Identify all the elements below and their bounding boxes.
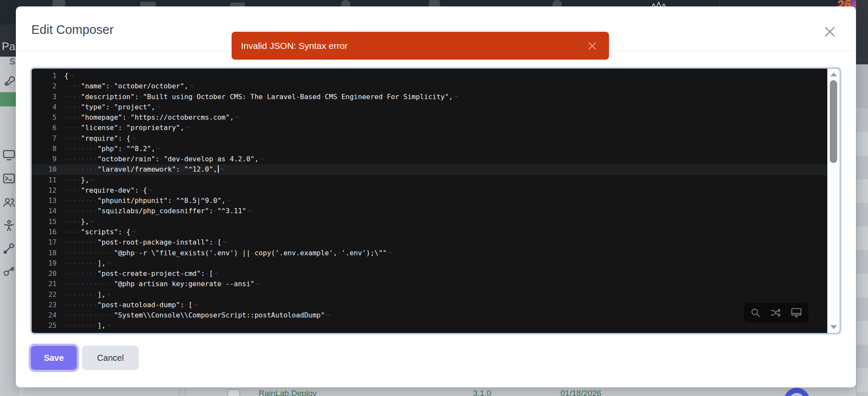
plugin-version-cell: 3.1.0 bbox=[473, 389, 491, 396]
line-number: 10 bbox=[32, 164, 64, 175]
code-line[interactable]: 6····"license":·"proprietary",¬ bbox=[32, 123, 827, 133]
line-number: 26 bbox=[32, 331, 64, 333]
spanner-icon bbox=[3, 242, 15, 255]
code-line[interactable]: 18············"@php·-r·\"file_exists('.e… bbox=[32, 248, 827, 258]
background-right-toolbar bbox=[856, 64, 868, 109]
sidebar-heading: S bbox=[9, 57, 15, 67]
line-number: 11 bbox=[32, 175, 64, 185]
scrollbar-thumb[interactable] bbox=[830, 80, 837, 163]
code-line[interactable]: 16····"scripts":·{¬ bbox=[32, 227, 827, 237]
line-number: 5 bbox=[32, 112, 64, 123]
line-number: 14 bbox=[32, 206, 64, 216]
close-icon[interactable] bbox=[823, 24, 837, 39]
editor-shuffle-icon[interactable] bbox=[770, 307, 782, 318]
code-line[interactable]: 14········"squizlabs/php_codesniffer":·"… bbox=[32, 206, 827, 216]
line-number: 9 bbox=[32, 154, 64, 164]
line-number: 8 bbox=[32, 144, 64, 154]
code-line[interactable]: 8········"php":·"^8.2",¬ bbox=[32, 144, 827, 154]
cancel-button[interactable]: Cancel bbox=[82, 346, 139, 370]
editor-display-icon[interactable] bbox=[790, 307, 802, 318]
line-number: 6 bbox=[32, 123, 64, 133]
code-line[interactable]: 17········"post-root-package-install":·[… bbox=[32, 237, 827, 248]
line-number: 21 bbox=[32, 279, 64, 289]
line-number: 25 bbox=[32, 320, 64, 331]
row-checkbox bbox=[227, 389, 240, 396]
code-line[interactable]: 21············"@php·artisan·key:generate… bbox=[32, 279, 827, 289]
line-number: 18 bbox=[32, 248, 64, 258]
editor-scrollbar[interactable] bbox=[827, 69, 840, 333]
line-number: 19 bbox=[32, 258, 64, 269]
wrench-icon bbox=[3, 74, 15, 87]
error-message: Invalid JSON: Syntax error bbox=[241, 41, 348, 51]
line-number: 7 bbox=[32, 133, 64, 144]
code-line[interactable]: 3····"description":·"Built·using·October… bbox=[32, 92, 827, 102]
code-line[interactable]: 5····"homepage":·"https://octobercms.com… bbox=[32, 112, 827, 123]
line-number: 20 bbox=[32, 269, 64, 279]
code-line[interactable]: 2····"name":·"october/october",¬ bbox=[32, 81, 827, 91]
background-right-dark bbox=[856, 0, 868, 64]
code-line[interactable]: 10········"laravel/framework":·"^12.0",¬ bbox=[32, 164, 827, 175]
plugin-name-cell: RainLab.Deploy bbox=[259, 389, 316, 396]
modal-title: Edit Composer bbox=[31, 23, 114, 37]
code-line[interactable]: 26········"post-update-cmd":·[¬ bbox=[32, 331, 827, 333]
line-number: 13 bbox=[32, 196, 64, 206]
sidebar-bottom bbox=[0, 388, 19, 396]
json-code-editor[interactable]: 1{¬2····"name":·"october/october",¬3····… bbox=[31, 68, 841, 334]
line-number: 2 bbox=[32, 81, 64, 91]
table-row: RainLab.Deploy 3.1.0 01/18/2026 bbox=[0, 387, 856, 396]
terminal-icon bbox=[3, 172, 15, 185]
line-number: 23 bbox=[32, 300, 64, 310]
line-number: 4 bbox=[32, 102, 64, 112]
editor-search-icon[interactable] bbox=[750, 307, 761, 318]
edit-composer-modal: Edit Composer Invalid JSON: Syntax error bbox=[16, 6, 856, 387]
line-number: 3 bbox=[32, 92, 64, 102]
save-button[interactable]: Save bbox=[31, 346, 77, 370]
code-line[interactable]: 1{¬ bbox=[32, 71, 827, 81]
line-number: 22 bbox=[32, 290, 64, 300]
line-number: 15 bbox=[32, 217, 64, 227]
table-cell-divider bbox=[185, 388, 185, 396]
code-line[interactable]: 4····"type":·"project",¬ bbox=[32, 102, 827, 112]
error-banner: Invalid JSON: Syntax error bbox=[232, 32, 609, 60]
code-line[interactable]: 7····"require":·{¬ bbox=[32, 133, 827, 144]
banner-close-icon[interactable] bbox=[587, 40, 598, 51]
scroll-up-icon[interactable] bbox=[830, 73, 837, 76]
scroll-down-icon[interactable] bbox=[830, 325, 837, 329]
code-line[interactable]: 25········],¬ bbox=[32, 320, 827, 331]
monitor-icon bbox=[3, 148, 15, 161]
line-number: 24 bbox=[32, 310, 64, 320]
code-line[interactable]: 24············"System\\Console\\Composer… bbox=[32, 310, 827, 320]
code-line[interactable]: 15····},¬ bbox=[32, 217, 827, 227]
key-icon bbox=[3, 265, 15, 278]
code-line[interactable]: 23········"post-autoload-dump":·[¬ bbox=[32, 300, 827, 310]
code-line[interactable]: 20········"post-create-project-cmd":·[¬ bbox=[32, 269, 827, 279]
background-table-edge bbox=[856, 109, 868, 396]
table-cell-divider bbox=[179, 388, 180, 396]
code-line[interactable]: 12····"require-dev":·{¬ bbox=[32, 185, 827, 196]
code-line[interactable]: 19········],¬ bbox=[32, 258, 827, 269]
spinner-icon bbox=[784, 388, 810, 396]
line-number: 12 bbox=[32, 185, 64, 196]
line-number: 1 bbox=[32, 71, 64, 81]
accessibility-icon bbox=[3, 219, 15, 232]
line-number: 17 bbox=[32, 237, 64, 248]
code-line[interactable]: 11····},¬ bbox=[32, 175, 827, 185]
code-line[interactable]: 9········"october/rain":·"dev-develop·as… bbox=[32, 154, 827, 164]
users-icon bbox=[3, 196, 15, 209]
plugin-date-cell: 01/18/2026 bbox=[561, 389, 601, 396]
text-cursor bbox=[218, 165, 219, 173]
editor-toolbar bbox=[744, 303, 808, 323]
line-number: 16 bbox=[32, 227, 64, 237]
code-area[interactable]: 1{¬2····"name":·"october/october",¬3····… bbox=[32, 69, 827, 333]
code-line[interactable]: 13········"phpunit/phpunit":·"^8.5|^9.0"… bbox=[32, 196, 827, 206]
code-line[interactable]: 22········],¬ bbox=[32, 290, 827, 300]
